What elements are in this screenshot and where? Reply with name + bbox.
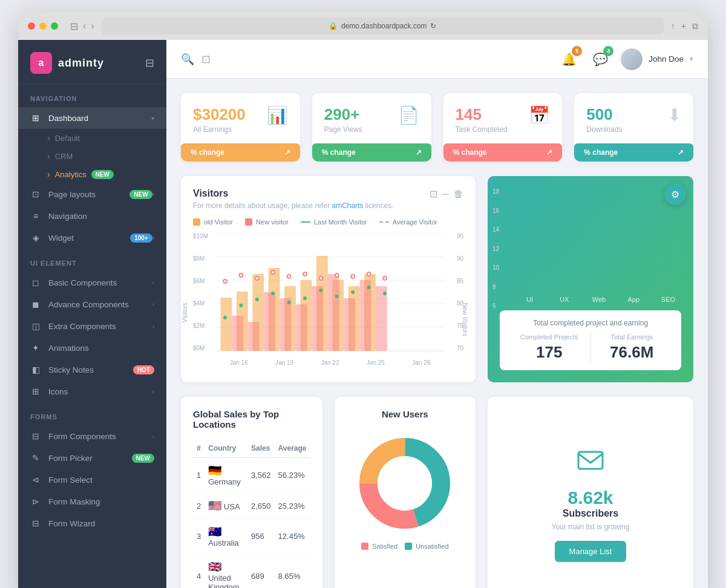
stat-label: Task Completed: [456, 125, 508, 134]
svg-rect-21: [312, 286, 323, 351]
sidebar-item-form-picker[interactable]: ✎ Form Picker NEW: [18, 447, 166, 469]
svg-point-31: [303, 296, 307, 300]
email-icon: [576, 446, 605, 480]
charts-row: Visitors For more details about usage, p…: [181, 176, 693, 382]
maximize-dot[interactable]: [51, 22, 58, 30]
sidebar-subitem-crm[interactable]: CRM: [18, 147, 166, 165]
table-row: 3 🇦🇺 Australia 956 12.45%: [193, 519, 310, 554]
sidebar-item-widget[interactable]: ◈ Widget 100+ ›: [18, 227, 166, 249]
sidebar-item-dashboard[interactable]: ⊞ Dashboard ▾: [18, 107, 166, 129]
home-icon: ⊞: [30, 113, 41, 123]
stat-footer[interactable]: % change ↗: [312, 143, 431, 162]
close-dot[interactable]: [28, 22, 35, 30]
expand-icon[interactable]: ⊡: [201, 53, 211, 66]
trend-icon: ↗: [678, 148, 684, 157]
svg-point-51: [378, 456, 432, 511]
chat-button[interactable]: 💬 3: [589, 48, 611, 70]
expand-button[interactable]: ⊡: [430, 188, 437, 200]
legend-label: Last Month Visitor: [314, 218, 367, 226]
chevron-right-icon: ›: [152, 191, 154, 198]
windows-icon[interactable]: ⧉: [692, 21, 698, 31]
widget-icon: ◈: [30, 233, 41, 243]
sidebar-item-form-select[interactable]: ⊲ Form Select: [18, 469, 166, 491]
delete-button[interactable]: 🗑: [454, 188, 463, 200]
svg-point-32: [319, 289, 322, 292]
stat-label: Downloads: [586, 125, 622, 134]
bar-label-seo: SEO: [661, 296, 675, 303]
component-icon: ◻: [30, 278, 41, 287]
sidebar-item-form-wizard[interactable]: ⊟ Form Wizard: [18, 512, 166, 534]
app-layout: a adminty ⊟ Navigation ⊞ Dashboard ▾ Def…: [18, 40, 708, 588]
sidebar-subitem-default[interactable]: Default: [18, 129, 166, 147]
badge-hot: HOT: [133, 365, 154, 374]
sidebar-item-page-layouts[interactable]: ⊡ Page layouts NEW ›: [18, 183, 166, 205]
sidebar-toggle-btn[interactable]: ⊟: [145, 56, 154, 70]
url-text: demo.dashboardpack.com: [341, 22, 427, 30]
bar-group-seo: SEO: [655, 292, 681, 303]
stat-footer[interactable]: % change ↗: [181, 143, 300, 162]
lock-icon: 🔒: [329, 22, 338, 30]
gear-button[interactable]: ⚙: [664, 183, 686, 205]
green-stats-card: ⚙ 181614121086 UI: [488, 176, 693, 382]
forward-icon[interactable]: ›: [91, 21, 94, 32]
minimize-dot[interactable]: [39, 22, 47, 30]
amcharts-link[interactable]: amCharts: [332, 201, 363, 210]
svg-rect-18: [264, 292, 275, 351]
sidebar-item-sticky-notes[interactable]: ◧ Sticky Notes HOT: [18, 359, 166, 381]
url-bar[interactable]: 🔒 demo.dashboardpack.com ↻: [102, 18, 664, 34]
cell-average: 25.23%: [275, 493, 310, 519]
bar-label-web: Web: [592, 296, 606, 303]
minimize-button[interactable]: ─: [442, 188, 449, 200]
sidebar-item-advance-components[interactable]: ◼ Advance Components ›: [18, 293, 166, 315]
sidebar-item-label: Advance Components: [48, 300, 152, 309]
sidebar-item-basic-components[interactable]: ◻ Basic Components ›: [18, 272, 166, 293]
bar-group-app: App: [621, 292, 647, 303]
badge-new: NEW: [91, 170, 114, 179]
search-icon[interactable]: 🔍: [181, 53, 194, 66]
stat-footer[interactable]: % change ↗: [574, 143, 693, 162]
sidebar-item-label: Form Components: [48, 432, 152, 441]
browser-actions: ↑ + ⧉: [671, 21, 698, 31]
stat-cards: $30200 All Earnings 📊 % change ↗: [181, 93, 693, 162]
sidebar-item-label: Animations: [48, 344, 154, 353]
svg-point-47: [383, 276, 387, 280]
stat-card-downloads: 500 Downloads ⬇ % change ↗: [574, 93, 693, 162]
badge-new: NEW: [132, 454, 154, 463]
cell-average: 8.65%: [275, 554, 310, 589]
sidebar-item-label: Sticky Notes: [48, 365, 128, 374]
back-icon[interactable]: ‹: [83, 21, 86, 32]
y-axis-right: 959085807570: [445, 233, 463, 351]
bell-button[interactable]: 🔔 5: [558, 48, 580, 70]
sidebar-item-form-masking[interactable]: ⊳ Form Masking: [18, 491, 166, 512]
sidebar-item-animations[interactable]: ✦ Animations: [18, 337, 166, 359]
subscribers-label: Subscribers: [563, 508, 618, 519]
sidebar-item-label: Extra Components: [48, 322, 152, 331]
stat-footer[interactable]: % change ↗: [443, 143, 563, 162]
bell-badge: 5: [572, 46, 582, 56]
ui-section-label: UI Element: [18, 249, 166, 272]
sidebar-item-icons[interactable]: ⊞ Icons ›: [18, 381, 166, 402]
subscribers-card: 8.62k Subscribers Your main list is grow…: [488, 397, 693, 588]
app-header: 🔍 ⊡ 🔔 5 💬 3 J: [166, 40, 708, 79]
user-name: John Doe: [649, 54, 684, 64]
user-menu[interactable]: John Doe ▾: [621, 48, 693, 70]
sidebar-item-form-components[interactable]: ⊟ Form Components ›: [18, 425, 166, 447]
chevron-right-icon: ›: [152, 301, 154, 308]
refresh-icon[interactable]: ↻: [430, 22, 436, 30]
forms-section-label: Forms: [18, 402, 166, 425]
trend-icon: ↗: [546, 148, 552, 157]
total-earnings-stat: Total Earnings 76.6M: [591, 333, 673, 362]
manage-list-button[interactable]: Manage List: [555, 541, 627, 562]
sidebar-toggle-icon[interactable]: ⊟: [70, 21, 78, 32]
stat-label: All Earnings: [193, 125, 246, 134]
sidebar-item-navigation[interactable]: ≡ Navigation: [18, 205, 166, 227]
bar-group-ui: UI: [517, 292, 543, 303]
svg-point-33: [335, 295, 339, 298]
sidebar-subitem-analytics[interactable]: Analytics NEW: [18, 165, 166, 183]
sidebar-item-extra-components[interactable]: ◫ Extra Components ›: [18, 315, 166, 337]
svg-point-37: [223, 279, 227, 283]
share-icon[interactable]: ↑: [671, 21, 675, 31]
trend-icon: ↗: [416, 148, 422, 157]
newtab-icon[interactable]: +: [681, 21, 686, 31]
chat-badge: 3: [603, 46, 613, 56]
